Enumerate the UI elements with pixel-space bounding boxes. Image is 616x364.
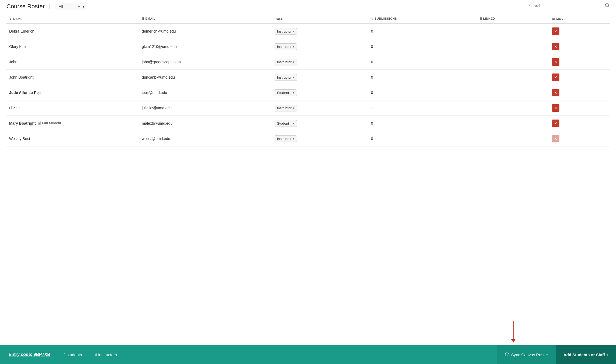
remove-cell — [549, 85, 610, 100]
remove-button[interactable] — [552, 104, 559, 112]
students-stat: 2 students — [63, 352, 82, 357]
submissions-cell: 1 — [368, 100, 477, 116]
role-select-wrapper[interactable]: StudentInstructorTAObserver▾ — [275, 59, 297, 65]
student-name: Glory Kim — [9, 44, 26, 49]
roster-table: ▲ NAME ⇅ EMAIL ROLE ⇅ SUBMISSIONS ⇅ LINK… — [6, 13, 610, 146]
remove-button[interactable] — [552, 89, 559, 96]
table-row: Debra Emerichdemerich@umd.eduStudentInst… — [6, 23, 610, 39]
submissions-cell: 0 — [368, 131, 477, 146]
remove-button[interactable] — [552, 74, 559, 81]
sync-canvas-roster-button[interactable]: Sync Canvas Roster — [497, 345, 556, 364]
remove-button[interactable] — [552, 135, 559, 142]
role-select-wrapper[interactable]: StudentInstructorTAObserver▾ — [275, 105, 297, 111]
submissions-cell: 0 — [368, 85, 477, 100]
chevron-down-icon: ▾ — [293, 45, 295, 48]
col-header-name[interactable]: ▲ NAME — [6, 13, 139, 23]
role-cell: StudentInstructorTAObserver▾ — [272, 100, 368, 116]
chevron-down-icon: ▾ — [293, 122, 295, 125]
role-select-wrapper[interactable]: StudentInstructorTAObserver▾ — [275, 74, 297, 81]
role-cell: StudentInstructorTAObserver▾ — [272, 131, 368, 146]
remove-cell — [549, 100, 610, 116]
remove-button[interactable] — [552, 43, 559, 50]
email-cell: john@gradescope.com — [139, 54, 272, 70]
chevron-down-icon: ▾ — [293, 76, 295, 79]
chevron-down-icon: ▾ — [293, 60, 295, 64]
role-select[interactable]: StudentInstructorTAObserver — [277, 60, 292, 64]
footer-buttons: Sync Canvas Roster Add Students or Staff… — [497, 345, 616, 364]
role-select[interactable]: StudentInstructorTAObserver — [277, 75, 292, 79]
email-cell: demerich@umd.edu — [139, 23, 272, 39]
submissions-cell: 0 — [368, 54, 477, 70]
role-select[interactable]: StudentInstructorTAObserver — [277, 29, 292, 33]
table-row: John Boatrightduncanb@umd.eduStudentInst… — [6, 70, 610, 85]
role-select-wrapper[interactable]: StudentInstructorTAObserver▾ — [275, 43, 297, 50]
linked-cell — [477, 23, 549, 39]
email-cell: jpeji@umd.edu — [139, 85, 272, 100]
col-header-linked[interactable]: ⇅ LINKED — [477, 13, 549, 23]
role-select[interactable]: StudentInstructorTAObserver — [277, 91, 292, 95]
instructors-stat: 6 instructors — [95, 352, 117, 357]
edit-student-link[interactable]: Edit Student — [38, 121, 61, 125]
role-cell: StudentInstructorTAObserver▾ — [272, 54, 368, 70]
linked-cell — [477, 39, 549, 54]
role-select-wrapper[interactable]: StudentInstructorTAObserver▾ — [275, 135, 297, 142]
svg-line-1 — [608, 6, 609, 7]
chevron-down-icon: ▾ — [293, 91, 295, 94]
role-select[interactable]: StudentInstructorTAObserver — [277, 121, 292, 125]
linked-cell — [477, 131, 549, 146]
search-container — [529, 3, 610, 10]
linked-cell — [477, 100, 549, 116]
submissions-cell: 0 — [368, 23, 477, 39]
remove-button[interactable] — [552, 120, 559, 127]
role-cell: StudentInstructorTAObserver▾ — [272, 116, 368, 131]
role-select[interactable]: StudentInstructorTAObserver — [277, 45, 292, 49]
email-cell: wbest@umd.edu — [139, 131, 272, 146]
table-row: Glory Kimgkim1210@umd.eduStudentInstruct… — [6, 39, 610, 54]
role-select-wrapper[interactable]: StudentInstructorTAObserver▾ — [275, 28, 297, 35]
table-row: Mary Boatright Edit Studentmalexb@umd.ed… — [6, 116, 610, 131]
submissions-cell: 0 — [368, 70, 477, 85]
header-left: Course Roster | All Students Instructors… — [6, 3, 87, 10]
filter-dropdown[interactable]: All Students Instructors ▾ — [55, 3, 87, 10]
name-cell: Mary Boatright Edit Student — [6, 116, 139, 131]
submissions-cell: 0 — [368, 39, 477, 54]
linked-cell — [477, 70, 549, 85]
remove-button[interactable] — [552, 27, 559, 35]
sort-up-icon: ▲ — [9, 17, 12, 20]
role-select-wrapper[interactable]: StudentInstructorTAObserver▾ — [275, 89, 297, 96]
table-row: Li Zhujulielkz@umd.eduStudentInstructorT… — [6, 100, 610, 116]
role-select-wrapper[interactable]: StudentInstructorTAObserver▾ — [275, 120, 297, 127]
page-title: Course Roster — [6, 3, 45, 10]
name-cell: Wesley Best — [6, 131, 139, 146]
student-name: John Boatright — [9, 75, 33, 79]
student-name: Li Zhu — [9, 106, 20, 110]
role-select[interactable]: StudentInstructorTAObserver — [277, 106, 292, 110]
col-header-email[interactable]: ⇅ EMAIL — [139, 13, 272, 23]
sort-both-icon-email: ⇅ — [142, 17, 144, 20]
remove-cell — [549, 116, 610, 131]
table-row: Wesley Bestwbest@umd.eduStudentInstructo… — [6, 131, 610, 146]
role-select[interactable]: StudentInstructorTAObserver — [277, 137, 292, 141]
table-row: Johnjohn@gradescope.comStudentInstructor… — [6, 54, 610, 70]
table-container: ▲ NAME ⇅ EMAIL ROLE ⇅ SUBMISSIONS ⇅ LINK… — [0, 13, 616, 345]
table-row: Jude Alfonso Pejijpeji@umd.eduStudentIns… — [6, 85, 610, 100]
chevron-down-icon: ▾ — [293, 106, 295, 110]
remove-button[interactable] — [552, 58, 559, 66]
search-input[interactable] — [529, 4, 603, 8]
linked-cell — [477, 116, 549, 131]
role-cell: StudentInstructorTAObserver▾ — [272, 23, 368, 39]
remove-cell — [549, 23, 610, 39]
name-cell: John — [6, 54, 139, 70]
email-cell: gkim1210@umd.edu — [139, 39, 272, 54]
footer-stats: Entry code: 9BP7XB 2 students 6 instruct… — [0, 352, 497, 357]
add-students-staff-button[interactable]: Add Students or Staff + — [556, 345, 616, 364]
page-header: Course Roster | All Students Instructors… — [0, 0, 616, 13]
email-cell: malexb@umd.edu — [139, 116, 272, 131]
student-name: Mary Boatright — [9, 121, 36, 125]
role-cell: StudentInstructorTAObserver▾ — [272, 39, 368, 54]
filter-select[interactable]: All Students Instructors — [58, 4, 81, 9]
page-footer: Entry code: 9BP7XB 2 students 6 instruct… — [0, 345, 616, 364]
arrow-indicator — [513, 321, 514, 340]
name-cell: Jude Alfonso Peji — [6, 85, 139, 100]
col-header-submissions[interactable]: ⇅ SUBMISSIONS — [368, 13, 477, 23]
